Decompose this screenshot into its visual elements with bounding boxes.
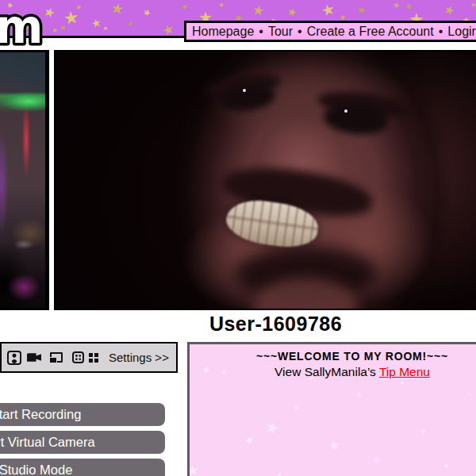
nav-separator: • [298, 25, 302, 39]
side-cam-preview [0, 50, 49, 310]
banner-star-icon: ★ [443, 2, 457, 17]
nav-separator: • [439, 25, 443, 39]
banner-star-icon: ★ [392, 1, 401, 10]
banner-star-icon: ★ [141, 6, 153, 18]
cam-subject-face [56, 52, 476, 309]
banner-star-icon: ★ [251, 3, 266, 18]
banner-star-icon: ★ [356, 4, 367, 16]
nav-item-homepage[interactable]: Homepage [192, 25, 254, 39]
panel-star-icon: ★ [277, 471, 282, 476]
welcome-title: ~~~WELCOME TO MY ROOM!~~~ [190, 350, 476, 363]
banner-star-icon: ★ [320, 1, 336, 19]
site-logo[interactable]: m [0, 0, 51, 56]
tiles-icon[interactable] [89, 353, 93, 357]
obs-start-virtual-camera-button[interactable]: Start Virtual Camera [0, 431, 165, 454]
banner-star-icon: ★ [180, 2, 189, 12]
panel-star-icon: ★ [263, 418, 282, 437]
username-label: User-1609786 [75, 313, 476, 336]
panel-star-icon: ★ [400, 380, 405, 386]
nav-separator: • [259, 25, 263, 39]
panel-star-icon: ★ [328, 439, 340, 452]
top-nav: Homepage • Tour • Create a Free Account … [184, 21, 476, 42]
welcome-panel: ~~~WELCOME TO MY ROOM!~~~ View SallyMani… [187, 342, 476, 476]
panel-star-icon: ★ [443, 463, 450, 470]
banner-star-icon: ★ [161, 22, 176, 38]
panel-star-icon: ★ [201, 363, 213, 376]
nav-item-tour[interactable]: Tour [268, 25, 293, 39]
panel-star-icon: ★ [467, 392, 471, 397]
banner-star-icon: ★ [286, 5, 299, 18]
panel-star-icon: ★ [221, 370, 227, 376]
banner-star-icon: ★ [217, 1, 225, 10]
panel-star-icon: ★ [356, 392, 362, 398]
panel-star-icon: ★ [419, 427, 428, 436]
video-camera-icon[interactable] [27, 353, 41, 363]
panel-star-icon: ★ [371, 455, 382, 466]
panel-star-icon: ★ [309, 376, 313, 381]
panel-star-icon: ★ [293, 404, 301, 413]
eye-glint [243, 89, 246, 92]
nav-item-login[interactable]: Login [447, 25, 476, 39]
main-cam-video [54, 50, 476, 310]
logo-m-glyph: m [0, 0, 51, 52]
panel-star-icon: ★ [244, 435, 255, 446]
banner-star-icon: ★ [90, 17, 102, 30]
settings-label[interactable]: Settings >> [109, 351, 169, 364]
svg-text:m: m [0, 0, 43, 52]
banner-star-icon: ★ [63, 9, 81, 29]
obs-studio-mode-button[interactable]: Studio Mode [0, 459, 165, 476]
banner-star-icon: ★ [51, 26, 59, 35]
view-prefix-text: View SallyManila’s [274, 365, 376, 378]
panel-star-icon: ★ [187, 463, 200, 476]
keypad-grid-icon[interactable] [72, 351, 84, 363]
banner-star-icon: ★ [110, 1, 125, 17]
banner-star-icon: ★ [127, 21, 133, 28]
player-toolbar: Settings >> [0, 342, 178, 373]
tip-menu-link[interactable]: Tip Menu [379, 365, 430, 378]
eye-glint [344, 109, 347, 113]
welcome-subtitle: View SallyManila’s Tip Menu [190, 365, 476, 379]
banner-star-icon: ★ [470, 1, 476, 10]
person-frame-icon[interactable] [7, 351, 21, 365]
page: ★★★★★★★★★★★★★★★★★★★★★★★★★★★★★★★★★★★★★★ m… [0, 0, 476, 476]
picture-in-picture-icon[interactable] [50, 352, 63, 363]
nav-item-create-account[interactable]: Create a Free Account [307, 25, 434, 39]
obs-start-recording-button[interactable]: Start Recording [0, 403, 165, 426]
banner-star-icon: ★ [102, 25, 108, 32]
